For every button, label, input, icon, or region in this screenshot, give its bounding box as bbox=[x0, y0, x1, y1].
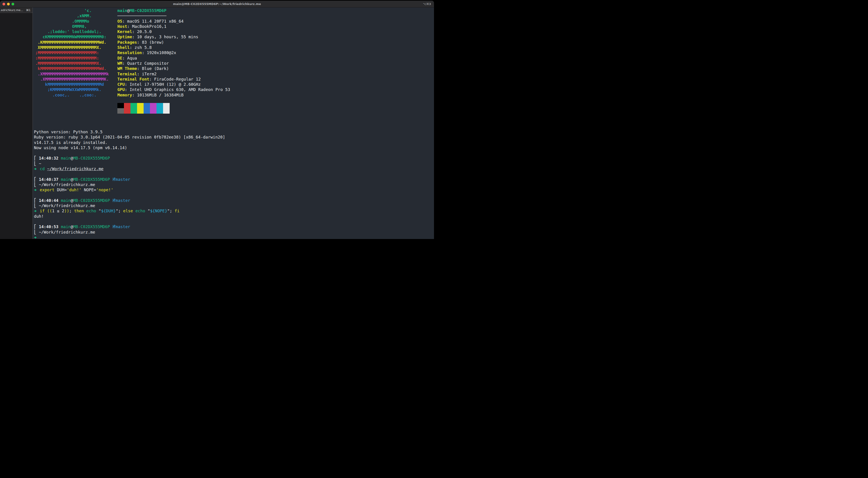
terminal-line bbox=[34, 192, 225, 198]
terminal-line: .cooc,. .,coo:. bbox=[35, 92, 109, 97]
terminal-window: main@MB-C02DX555MD6P:~/Work/friedrichkur… bbox=[0, 1, 434, 239]
terminal-line: v14.17.5 is already installed. bbox=[34, 140, 225, 145]
palette-swatch bbox=[137, 103, 144, 108]
palette-swatch bbox=[124, 103, 130, 108]
palette-row bbox=[117, 108, 169, 113]
color-palette bbox=[117, 103, 169, 114]
terminal-line: .XMMMMMMMMMMMMMMMMMMMMMMMMK. bbox=[35, 77, 109, 82]
window-title: main@MB-C02DX555MD6P:~/Work/friedrichkur… bbox=[0, 2, 434, 6]
palette-swatch bbox=[144, 103, 150, 108]
terminal-line: cKMMMMMMMMMMNWMMMMMMMMMM0: bbox=[35, 34, 109, 39]
palette-swatch bbox=[150, 103, 156, 108]
prompt-arrow-icon bbox=[34, 167, 37, 171]
terminal-line: ,xNMM. bbox=[35, 13, 109, 18]
palette-swatch bbox=[130, 108, 137, 113]
terminal-line bbox=[34, 150, 225, 155]
git-branch-icon bbox=[113, 225, 116, 229]
terminal-line: ⎣ ~/Work/friedrichkurz.me bbox=[34, 203, 225, 208]
palette-swatch bbox=[117, 103, 124, 108]
terminal-line: .;loddo:' loolloddol;. bbox=[35, 29, 109, 34]
palette-swatch bbox=[156, 108, 163, 113]
terminal-line: ⎣ ~/Work/friedrichkurz.me bbox=[34, 230, 225, 235]
terminal-line: Kernel: 20.5.0 bbox=[117, 29, 230, 34]
terminal-line: export DUH='duh!' NOPE='nope!' bbox=[34, 187, 225, 192]
terminal-line: main@MB-C02DX555MD6P bbox=[117, 8, 230, 13]
terminal-line bbox=[34, 171, 225, 177]
terminal-line: .XMMMMMMMMMMMMMMMMMMMMMMMMMMk bbox=[35, 71, 109, 77]
terminal-line: XMMMMMMMMMMMMMMMMMMMMMMMX. bbox=[35, 45, 109, 50]
terminal-line: ⎣ ~ bbox=[34, 161, 225, 166]
palette-swatch bbox=[124, 108, 130, 113]
terminal-line bbox=[34, 219, 225, 224]
terminal-line: cd ~/Work/friedrichkurz.me bbox=[34, 166, 225, 171]
terminal-line: Uptime: 10 days, 3 hours, 55 mins bbox=[117, 34, 230, 39]
terminal-line: Ruby version: ruby 3.0.1p64 (2021-04-05 … bbox=[34, 135, 225, 140]
palette-swatch bbox=[130, 103, 137, 108]
prompt-arrow-icon bbox=[34, 209, 37, 213]
minimize-button[interactable] bbox=[7, 3, 10, 5]
terminal-line: duh! bbox=[34, 214, 225, 219]
session-tab-shortcut: ⌘1 bbox=[26, 9, 31, 12]
terminal-line: ──────────────────── bbox=[117, 13, 230, 18]
terminal-line: WM: Quartz Compositor bbox=[117, 61, 230, 66]
terminal-line: Packages: 83 (brew) bbox=[117, 39, 230, 45]
terminal-line: OS: macOS 11.4 20F71 x86_64 bbox=[117, 19, 230, 24]
terminal-line: ⎡ 14:40:32 main@MB-C02DX555MD6P bbox=[34, 155, 225, 161]
terminal-line: ⎡ 14:40:44 main@MB-C02DX555MD6P master bbox=[34, 198, 225, 203]
palette-row bbox=[117, 103, 169, 108]
terminal-line: .MMMMMMMMMMMMMMMMMMMMMMMMX. bbox=[35, 61, 109, 66]
terminal-line: kMMMMMMMMMMMMMMMMMMMMMMMMWd. bbox=[35, 66, 109, 71]
terminal-line bbox=[34, 235, 225, 239]
terminal-line: Now using node v14.17.5 (npm v6.14.14) bbox=[34, 145, 225, 150]
terminal-line: .KMMMMMMMMMMMMMMMMMMMMMMMWd. bbox=[35, 39, 109, 45]
session-tab[interactable]: ..edrichkurz.me… ⌘1 bbox=[0, 7, 33, 13]
palette-swatch bbox=[156, 103, 163, 108]
window-shortcut-badge: ⌥⌘3 bbox=[423, 1, 431, 7]
palette-swatch bbox=[137, 108, 144, 113]
git-branch-icon bbox=[113, 199, 116, 202]
palette-swatch bbox=[144, 108, 150, 113]
palette-swatch bbox=[150, 108, 156, 113]
terminal-line: CPU: Intel i7-9750H (12) @ 2.60GHz bbox=[117, 82, 230, 87]
close-button[interactable] bbox=[2, 3, 5, 5]
terminal-line: Python version: Python 3.9.5 bbox=[34, 129, 225, 135]
terminal-line: Host: MacBookPro16,1 bbox=[117, 24, 230, 29]
neofetch-info: main@MB-C02DX555MD6P────────────────────… bbox=[117, 8, 230, 97]
title-bar[interactable]: main@MB-C02DX555MD6P:~/Work/friedrichkur… bbox=[0, 1, 434, 7]
terminal-line: GPU: Intel UHD Graphics 630, AMD Radeon … bbox=[117, 87, 230, 92]
git-branch-icon bbox=[113, 177, 116, 181]
terminal-line: kMMMMMMMMMMMMMMMMMMMMMMd bbox=[35, 82, 109, 87]
terminal-line: ⎣ ~/Work/friedrichkurz.me bbox=[34, 182, 225, 187]
terminal-line: ⎡ 14:40:53 main@MB-C02DX555MD6P master bbox=[34, 224, 225, 229]
terminal-line: Memory: 10136MiB / 16384MiB bbox=[117, 92, 230, 97]
terminal-line: Shell: zsh 5.8 bbox=[117, 45, 230, 50]
terminal-line: DE: Aqua bbox=[117, 55, 230, 61]
session-tab-label: ..edrichkurz.me… bbox=[0, 9, 23, 12]
terminal-line: OMMM0, bbox=[35, 24, 109, 29]
palette-swatch bbox=[163, 108, 169, 113]
terminal-line: WM Theme: Blue (Dark) bbox=[117, 66, 230, 71]
terminal-line: Terminal: iTerm2 bbox=[117, 71, 230, 77]
terminal-line: :MMMMMMMMMMMMMMMMMMMMMMMM: bbox=[35, 55, 109, 61]
terminal-line: 'c. bbox=[35, 8, 109, 13]
terminal-scrollback: Python version: Python 3.9.5Ruby version… bbox=[34, 129, 225, 239]
traffic-lights bbox=[2, 1, 14, 7]
prompt-arrow-icon bbox=[34, 188, 37, 192]
terminal-line: Terminal Font: FiraCode-Regular 12 bbox=[117, 77, 230, 82]
zoom-button[interactable] bbox=[11, 3, 14, 5]
terminal-line: ;MMMMMMMMMMMMMMMMMMMMMMMM: bbox=[35, 50, 109, 55]
terminal[interactable]: 'c. ,xNMM. .OMMMMo OMMM0, .;loddo:' lool… bbox=[33, 7, 434, 239]
neofetch-ascii-art: 'c. ,xNMM. .OMMMMo OMMM0, .;loddo:' lool… bbox=[35, 8, 109, 97]
terminal-line: .OMMMMo bbox=[35, 19, 109, 24]
terminal-line: if ((1 ≤ 2)); then echo "${DUH}"; else e… bbox=[34, 208, 225, 213]
prompt-arrow-icon bbox=[34, 236, 37, 239]
terminal-line: ⎡ 14:40:37 main@MB-C02DX555MD6P master bbox=[34, 177, 225, 182]
session-sidebar: ..edrichkurz.me… ⌘1 bbox=[0, 7, 33, 239]
terminal-line: ;KMMMMMMMWXXWMMMMMMMk. bbox=[35, 87, 109, 92]
palette-swatch bbox=[163, 103, 169, 108]
palette-swatch bbox=[117, 108, 124, 113]
terminal-line: Resolution: 1920x1080@2x bbox=[117, 50, 230, 55]
